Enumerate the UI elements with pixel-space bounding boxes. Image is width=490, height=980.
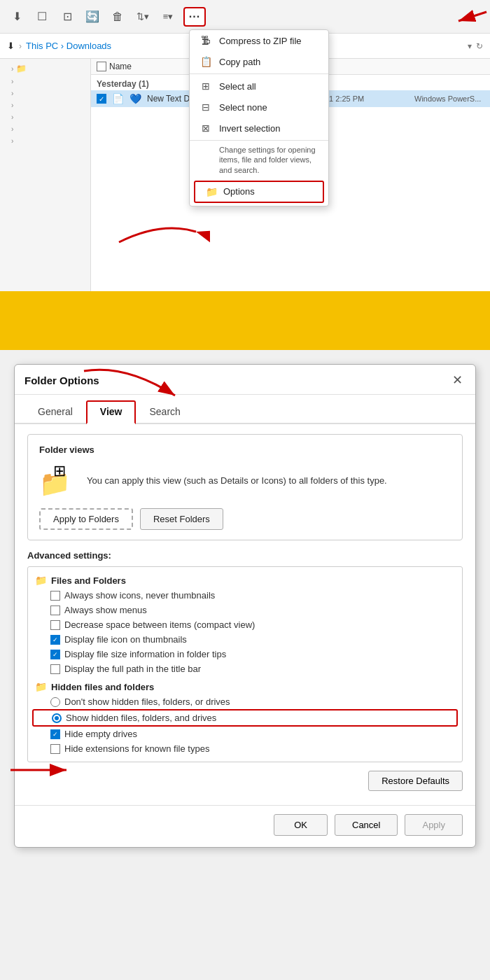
checkbox-hide-extensions[interactable]: [50, 744, 60, 754]
setting-hide-empty-drives[interactable]: Hide empty drives: [32, 727, 458, 741]
header-checkbox[interactable]: [97, 62, 106, 71]
dialog-tabs: General View Search: [15, 395, 475, 424]
left-item-3[interactable]: ›: [0, 88, 90, 99]
yellow-separator: [0, 294, 490, 350]
toolbar: ⬇ ☐ ⊡ 🔄 🗑 ⇅▾ ≡▾ ···: [0, 0, 490, 34]
toolbar-icon-view[interactable]: ≡▾: [158, 7, 178, 27]
left-item-1[interactable]: ›📁: [0, 62, 90, 76]
checkbox-always-menus[interactable]: [50, 606, 60, 615]
dialog-footer: OK Cancel Apply: [15, 805, 475, 847]
hidden-category-label: Hidden files and folders: [51, 682, 154, 692]
address-dropdown[interactable]: ▾: [468, 41, 472, 51]
folder-views-buttons: Apply to Folders Reset Folders: [39, 508, 451, 530]
context-menu: 🗜 Compress to ZIP file 📋 Copy path ⊞ Sel…: [189, 29, 329, 206]
folder-views-row: 📁 ⊞ You can apply this view (such as Det…: [39, 462, 451, 500]
address-home-icon: ⬇: [7, 41, 15, 51]
dialog-body: Folder views 📁 ⊞ You can apply this view…: [15, 424, 475, 805]
copy-icon: 📋: [200, 56, 212, 67]
tab-view[interactable]: View: [86, 400, 136, 424]
dialog-title: Folder Options: [24, 374, 99, 386]
checkbox-compact-view[interactable]: [50, 620, 60, 630]
folder-overlay-icon: ⊞: [53, 462, 66, 480]
left-panel: ›📁 › › › › › ›: [0, 59, 91, 294]
explorer-section: ⬇ ☐ ⊡ 🔄 🗑 ⇅▾ ≡▾ ··· ⬇ › This PC › Downlo…: [0, 0, 490, 294]
file-icon-ps: 💙: [130, 93, 141, 104]
advanced-settings-label: Advanced settings:: [27, 550, 463, 561]
menu-compress[interactable]: 🗜 Compress to ZIP file: [190, 30, 328, 51]
setting-dont-show-hidden[interactable]: Don't show hidden files, folders, or dri…: [32, 694, 458, 709]
left-item-4[interactable]: ›: [0, 99, 90, 111]
setting-always-icons[interactable]: Always show icons, never thumbnails: [32, 588, 458, 603]
checkbox-file-icon-thumbnails[interactable]: [50, 635, 60, 645]
ok-button[interactable]: OK: [274, 814, 328, 836]
setting-full-path[interactable]: Display the full path in the title bar: [32, 662, 458, 676]
checkbox-file-size-info[interactable]: [50, 650, 60, 659]
category-hidden-files: 📁 Hidden files and folders: [32, 679, 458, 694]
menu-select-all[interactable]: ⊞ Select all: [190, 76, 328, 97]
left-item-2[interactable]: ›: [0, 76, 90, 88]
apply-button[interactable]: Apply: [405, 814, 463, 836]
setting-always-menus[interactable]: Always show menus: [32, 603, 458, 617]
reset-folders-button[interactable]: Reset Folders: [140, 508, 223, 530]
setting-compact-view[interactable]: Decrease space between items (compact vi…: [32, 617, 458, 632]
restore-defaults-button[interactable]: Restore Defaults: [368, 771, 463, 791]
options-icon: 📁: [205, 186, 218, 197]
folder-views-title: Folder views: [39, 444, 451, 455]
menu-select-none[interactable]: ⊟ Select none: [190, 97, 328, 118]
menu-invert-selection[interactable]: ⊠ Invert selection: [190, 118, 328, 139]
apply-to-folders-button[interactable]: Apply to Folders: [39, 508, 133, 530]
folder-category-icon: 📁: [35, 575, 47, 586]
menu-description: Change settings for opening items, file …: [190, 142, 328, 178]
menu-copy-path[interactable]: 📋 Copy path: [190, 51, 328, 72]
breadcrumb-thispc[interactable]: This PC › Downloads: [26, 41, 111, 51]
close-button[interactable]: ✕: [449, 372, 465, 388]
checkbox-hide-empty-drives[interactable]: [50, 729, 60, 739]
file-modified: 21 2:25 PM: [325, 94, 409, 103]
left-item-5[interactable]: ›: [0, 111, 90, 123]
refresh-button[interactable]: ↻: [476, 41, 483, 51]
toolbar-icon-4[interactable]: 🔄: [83, 7, 102, 27]
svg-line-1: [458, 12, 486, 21]
radio-dont-show-hidden[interactable]: [50, 697, 60, 707]
menu-options[interactable]: 📁 Options: [194, 181, 324, 203]
category-files-folders: 📁 Files and Folders: [32, 573, 458, 588]
advanced-settings-box: 📁 Files and Folders Always show icons, n…: [27, 566, 463, 762]
tab-search[interactable]: Search: [136, 401, 193, 424]
restore-row: Restore Defaults: [27, 771, 463, 795]
toolbar-icon-1[interactable]: ⬇: [7, 7, 27, 27]
cancel-button[interactable]: Cancel: [335, 814, 398, 836]
setting-file-icon-thumbnails[interactable]: Display file icon on thumbnails: [32, 632, 458, 647]
checkbox-always-icons[interactable]: [50, 591, 60, 601]
left-item-6[interactable]: ›: [0, 123, 90, 135]
toolbar-icon-5[interactable]: 🗑: [108, 7, 127, 27]
file-type: Windows PowerS...: [414, 94, 484, 103]
toolbar-icon-sort[interactable]: ⇅▾: [133, 7, 153, 27]
folder-options-dialog: Folder Options ✕ General View Search Fol…: [14, 364, 476, 848]
col-name: Name: [109, 62, 132, 71]
setting-hide-extensions[interactable]: Hide extensions for known file types: [32, 741, 458, 756]
file-checkbox[interactable]: [97, 94, 106, 104]
toolbar-icon-3[interactable]: ⊡: [57, 7, 77, 27]
setting-file-size-info[interactable]: Display file size information in folder …: [32, 647, 458, 662]
left-item-7[interactable]: ›: [0, 135, 90, 147]
folder-icon-stack: 📁 ⊞: [39, 462, 77, 500]
invert-icon: ⊠: [200, 122, 212, 134]
toolbar-icon-2[interactable]: ☐: [32, 7, 52, 27]
more-options-button[interactable]: ···: [183, 7, 206, 27]
select-all-icon: ⊞: [200, 80, 212, 92]
menu-divider-2: [190, 140, 328, 141]
dialog-section: Folder Options ✕ General View Search Fol…: [0, 350, 490, 980]
compress-icon: 🗜: [200, 35, 212, 46]
folder-views-desc: You can apply this view (such as Details…: [87, 475, 451, 487]
category-label: Files and Folders: [51, 575, 126, 586]
file-icon: 📄: [112, 93, 124, 104]
setting-show-hidden[interactable]: Show hidden files, folders, and drives: [32, 709, 458, 727]
checkbox-full-path[interactable]: [50, 664, 60, 674]
hidden-folder-icon: 📁: [35, 681, 47, 692]
select-none-icon: ⊟: [200, 102, 212, 113]
menu-divider-1: [190, 74, 328, 74]
tab-general[interactable]: General: [24, 401, 86, 424]
folder-views-section: Folder views 📁 ⊞ You can apply this view…: [27, 434, 463, 540]
dialog-titlebar: Folder Options ✕: [15, 365, 475, 395]
radio-show-hidden[interactable]: [52, 713, 62, 723]
